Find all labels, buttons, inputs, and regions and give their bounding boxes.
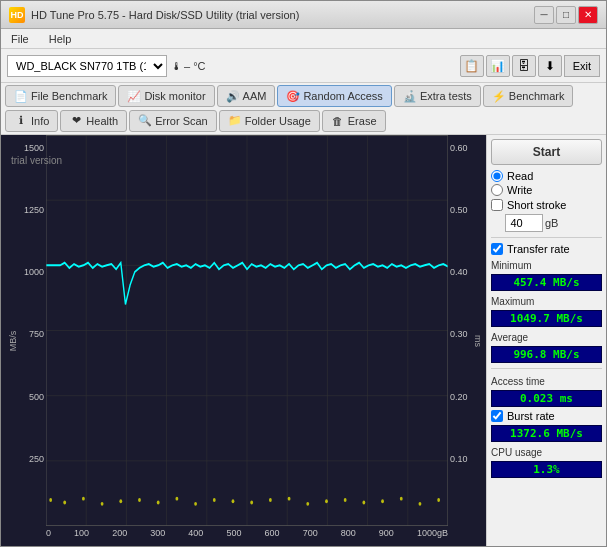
y-left-0 bbox=[41, 516, 44, 526]
main-window: HD HD Tune Pro 5.75 - Hard Disk/SSD Util… bbox=[0, 0, 607, 547]
nav-extra-tests[interactable]: 🔬 Extra tests bbox=[394, 85, 481, 107]
burst-rate-label[interactable]: Burst rate bbox=[491, 410, 602, 422]
x-100: 100 bbox=[74, 528, 89, 538]
minimize-button[interactable]: ─ bbox=[534, 6, 554, 24]
nav-aam[interactable]: 🔊 AAM bbox=[217, 85, 276, 107]
svg-point-23 bbox=[157, 501, 160, 505]
health-icon: ❤ bbox=[69, 114, 83, 128]
radio-group: Read Write bbox=[491, 170, 602, 196]
transfer-rate-label[interactable]: Transfer rate bbox=[491, 243, 602, 255]
folder-usage-icon: 📁 bbox=[228, 114, 242, 128]
file-benchmark-icon: 📄 bbox=[14, 89, 28, 103]
x-700: 700 bbox=[303, 528, 318, 538]
burst-rate-checkbox[interactable] bbox=[491, 410, 503, 422]
window-title: HD Tune Pro 5.75 - Hard Disk/SSD Utility… bbox=[31, 9, 299, 21]
nav-info[interactable]: ℹ Info bbox=[5, 110, 58, 132]
maximum-value: 1049.7 MB/s bbox=[491, 310, 602, 327]
y-axis-left: 1500 1250 1000 750 500 250 bbox=[1, 135, 46, 526]
start-button[interactable]: Start bbox=[491, 139, 602, 165]
y-right-050: 0.50 bbox=[450, 205, 468, 215]
toolbar-icon-4[interactable]: ⬇ bbox=[538, 55, 562, 77]
nav-error-scan[interactable]: 🔍 Error Scan bbox=[129, 110, 217, 132]
nav-benchmark-label: Benchmark bbox=[509, 90, 565, 102]
error-scan-icon: 🔍 bbox=[138, 114, 152, 128]
radio-write[interactable] bbox=[491, 184, 503, 196]
side-panel: Start Read Write Short stroke gB bbox=[486, 135, 606, 546]
toolbar-icon-2[interactable]: 📊 bbox=[486, 55, 510, 77]
short-stroke-checkbox[interactable] bbox=[491, 199, 503, 211]
svg-point-34 bbox=[362, 501, 365, 505]
y-left-500: 500 bbox=[29, 392, 44, 402]
maximize-button[interactable]: □ bbox=[556, 6, 576, 24]
toolbar-icons: 📋 📊 🗄 ⬇ Exit bbox=[460, 55, 600, 77]
x-1000: 1000gB bbox=[417, 528, 448, 538]
drive-select[interactable]: WD_BLACK SN770 1TB (1000 gB) bbox=[7, 55, 167, 77]
transfer-rate-checkbox[interactable] bbox=[491, 243, 503, 255]
svg-point-32 bbox=[325, 499, 328, 503]
menu-file[interactable]: File bbox=[9, 33, 31, 45]
toolbar: WD_BLACK SN770 1TB (1000 gB) 🌡 – °C 📋 📊 … bbox=[1, 49, 606, 83]
main-content: MB/s ms 1500 1250 1000 750 500 250 0.60 … bbox=[1, 135, 606, 546]
radio-read[interactable] bbox=[491, 170, 503, 182]
nav-error-scan-label: Error Scan bbox=[155, 115, 208, 127]
nav-file-benchmark[interactable]: 📄 File Benchmark bbox=[5, 85, 116, 107]
y-left-1000: 1000 bbox=[24, 267, 44, 277]
divider-1 bbox=[491, 237, 602, 238]
nav-disk-monitor[interactable]: 📈 Disk monitor bbox=[118, 85, 214, 107]
y-right-030: 0.30 bbox=[450, 329, 468, 339]
nav-folder-usage[interactable]: 📁 Folder Usage bbox=[219, 110, 320, 132]
nav-random-access-label: Random Access bbox=[303, 90, 382, 102]
svg-point-38 bbox=[437, 498, 440, 502]
nav-random-access[interactable]: 🎯 Random Access bbox=[277, 85, 391, 107]
nav-health-label: Health bbox=[86, 115, 118, 127]
nav-disk-monitor-label: Disk monitor bbox=[144, 90, 205, 102]
radio-read-label[interactable]: Read bbox=[491, 170, 602, 182]
svg-point-36 bbox=[400, 497, 403, 501]
svg-point-30 bbox=[288, 497, 291, 501]
y-right-000 bbox=[450, 516, 453, 526]
thermometer-icon: 🌡 bbox=[171, 60, 182, 72]
svg-point-26 bbox=[213, 498, 216, 502]
app-icon: HD bbox=[9, 7, 25, 23]
erase-icon: 🗑 bbox=[331, 114, 345, 128]
nav-bar: 📄 File Benchmark 📈 Disk monitor 🔊 AAM 🎯 … bbox=[1, 83, 606, 135]
svg-point-29 bbox=[269, 498, 272, 502]
title-bar: HD HD Tune Pro 5.75 - Hard Disk/SSD Util… bbox=[1, 1, 606, 29]
radio-write-label[interactable]: Write bbox=[491, 184, 602, 196]
info-icon: ℹ bbox=[14, 114, 28, 128]
random-access-icon: 🎯 bbox=[286, 89, 300, 103]
nav-health[interactable]: ❤ Health bbox=[60, 110, 127, 132]
svg-point-27 bbox=[232, 499, 235, 503]
y-left-1250: 1250 bbox=[24, 205, 44, 215]
svg-point-31 bbox=[306, 502, 309, 506]
exit-button[interactable]: Exit bbox=[564, 55, 600, 77]
svg-point-20 bbox=[101, 502, 104, 506]
nav-erase-label: Erase bbox=[348, 115, 377, 127]
y-left-250: 250 bbox=[29, 454, 44, 464]
burst-rate-value: 1372.6 MB/s bbox=[491, 425, 602, 442]
spinbox-row: gB bbox=[505, 214, 602, 232]
minimum-label: Minimum bbox=[491, 260, 602, 271]
radio-write-text: Write bbox=[507, 184, 532, 196]
svg-point-28 bbox=[250, 501, 253, 505]
x-300: 300 bbox=[150, 528, 165, 538]
short-stroke-text: Short stroke bbox=[507, 199, 566, 211]
x-axis: 0 100 200 300 400 500 600 700 800 900 10… bbox=[46, 526, 448, 546]
average-value: 996.8 MB/s bbox=[491, 346, 602, 363]
y-left-750: 750 bbox=[29, 329, 44, 339]
toolbar-icon-3[interactable]: 🗄 bbox=[512, 55, 536, 77]
nav-benchmark[interactable]: ⚡ Benchmark bbox=[483, 85, 574, 107]
spinbox-input[interactable] bbox=[505, 214, 543, 232]
toolbar-icon-1[interactable]: 📋 bbox=[460, 55, 484, 77]
close-button[interactable]: ✕ bbox=[578, 6, 598, 24]
x-500: 500 bbox=[226, 528, 241, 538]
svg-point-35 bbox=[381, 499, 384, 503]
disk-monitor-icon: 📈 bbox=[127, 89, 141, 103]
menu-help[interactable]: Help bbox=[47, 33, 74, 45]
x-600: 600 bbox=[265, 528, 280, 538]
short-stroke-label[interactable]: Short stroke bbox=[491, 199, 602, 211]
access-time-label: Access time bbox=[491, 376, 602, 387]
nav-erase[interactable]: 🗑 Erase bbox=[322, 110, 386, 132]
chart-svg bbox=[46, 135, 448, 526]
svg-point-22 bbox=[138, 498, 141, 502]
